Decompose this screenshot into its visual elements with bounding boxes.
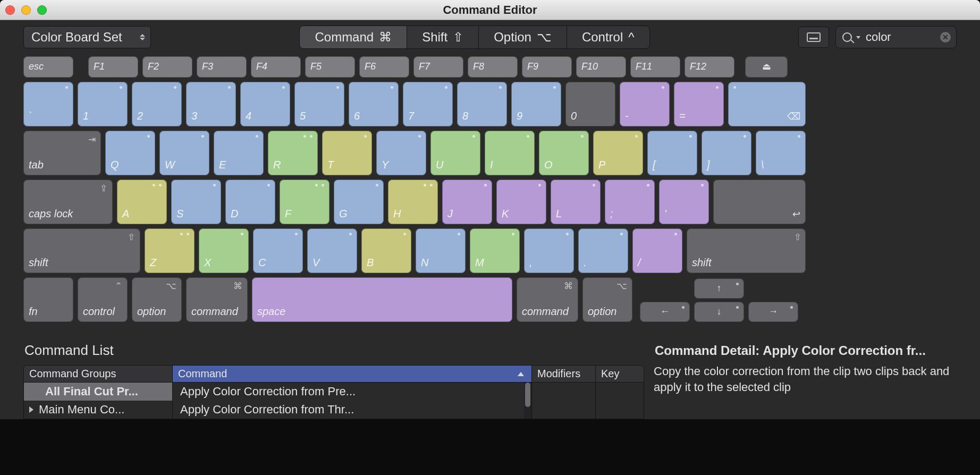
modifiers-header[interactable]: Modifiers xyxy=(532,366,595,383)
key-0[interactable]: 0 xyxy=(565,82,615,126)
key-f11[interactable]: F11 xyxy=(630,56,680,78)
key-arrow-down[interactable]: ↓ xyxy=(694,302,744,322)
key-bracket-open[interactable]: [ xyxy=(647,131,697,175)
key-eject[interactable]: ⏏ xyxy=(745,56,788,78)
key-d[interactable]: D xyxy=(225,180,275,224)
keyboard-highlight-button[interactable] xyxy=(798,27,829,48)
key-2[interactable]: 2 xyxy=(132,82,182,126)
modifier-command-toggle[interactable]: Command ⌘ xyxy=(300,26,407,48)
key-right-shift[interactable]: ⇧shift xyxy=(687,228,806,273)
key-caps-lock[interactable]: ⇪caps lock xyxy=(23,180,113,224)
key-t[interactable]: T xyxy=(322,131,372,175)
key-return[interactable]: ↩ xyxy=(713,180,806,224)
key-f5[interactable]: F5 xyxy=(305,56,355,78)
key-f2[interactable]: F2 xyxy=(142,56,192,78)
group-row-main-menu[interactable]: Main Menu Co... xyxy=(24,401,172,419)
key-f3[interactable]: F3 xyxy=(197,56,247,78)
key-minus[interactable]: - xyxy=(620,82,670,126)
scrollbar-thumb[interactable] xyxy=(525,383,530,407)
group-row-all[interactable]: All Final Cut Pr... xyxy=(24,383,172,401)
key-grave[interactable]: ` xyxy=(23,82,73,126)
key-bracket-close[interactable]: ] xyxy=(702,131,751,175)
key-comma[interactable]: , xyxy=(524,228,574,273)
command-set-dropdown[interactable]: Color Board Set xyxy=(23,26,151,48)
clear-search-button[interactable]: ✕ xyxy=(940,32,951,43)
key-y[interactable]: Y xyxy=(376,131,426,175)
key-l[interactable]: L xyxy=(551,180,601,224)
key-r[interactable]: R xyxy=(268,131,318,175)
key-k[interactable]: K xyxy=(496,180,546,224)
command-row[interactable]: Apply Color Correction from Thr... xyxy=(173,401,531,419)
command-scrollbar[interactable] xyxy=(524,383,531,419)
key-h[interactable]: H xyxy=(388,180,438,224)
key-left-shift[interactable]: ⇧shift xyxy=(23,228,140,273)
key-v[interactable]: V xyxy=(307,228,357,273)
key-semicolon[interactable]: ; xyxy=(605,180,655,224)
key-x[interactable]: X xyxy=(199,228,249,273)
key-tab[interactable]: ⇥tab xyxy=(23,131,101,175)
modifier-control-toggle[interactable]: Control ^ xyxy=(567,26,649,48)
search-input[interactable] xyxy=(866,30,935,44)
key-header[interactable]: Key xyxy=(596,366,644,383)
key-p[interactable]: P xyxy=(593,131,643,175)
key-esc[interactable]: esc xyxy=(23,56,73,78)
key-a[interactable]: A xyxy=(117,180,167,224)
key-n[interactable]: N xyxy=(416,228,466,273)
modifier-option-toggle[interactable]: Option ⌥ xyxy=(479,26,567,48)
key-6[interactable]: 6 xyxy=(349,82,399,126)
key-arrow-left[interactable]: ← xyxy=(640,302,690,322)
key-4[interactable]: 4 xyxy=(240,82,290,126)
key-o[interactable]: O xyxy=(539,131,589,175)
key-f9[interactable]: F9 xyxy=(522,56,572,78)
key-w[interactable]: W xyxy=(159,131,209,175)
key-f[interactable]: F xyxy=(280,180,330,224)
key-f1[interactable]: F1 xyxy=(88,56,138,78)
command-header[interactable]: Command xyxy=(173,366,531,383)
key-quote[interactable]: ' xyxy=(659,180,709,224)
key-f10[interactable]: F10 xyxy=(576,56,626,78)
modifier-shift-toggle[interactable]: Shift ⇧ xyxy=(407,26,479,48)
key-3[interactable]: 3 xyxy=(186,82,236,126)
key-period[interactable]: . xyxy=(578,228,628,273)
key-right-command[interactable]: ⌘command xyxy=(517,277,578,322)
key-arrow-up[interactable]: ↑ xyxy=(694,278,744,299)
key-left-command[interactable]: ⌘command xyxy=(186,277,248,322)
key-equals[interactable]: = xyxy=(674,82,724,126)
key-delete[interactable]: ⌫ xyxy=(728,82,806,126)
key-s[interactable]: S xyxy=(171,180,221,224)
key-arrow-right[interactable]: → xyxy=(748,302,798,322)
key-f8[interactable]: F8 xyxy=(468,56,518,78)
key-f7[interactable]: F7 xyxy=(413,56,463,78)
key-left-control[interactable]: ⌃control xyxy=(78,277,128,322)
key-j[interactable]: J xyxy=(442,180,492,224)
key-space[interactable]: space xyxy=(252,277,512,322)
key-7[interactable]: 7 xyxy=(403,82,453,126)
key-right-option[interactable]: ⌥option xyxy=(582,277,632,322)
key-1[interactable]: 1 xyxy=(78,82,128,126)
sort-ascending-icon xyxy=(518,372,524,376)
key-z[interactable]: Z xyxy=(145,228,195,273)
key-i[interactable]: I xyxy=(485,131,535,175)
key-g[interactable]: G xyxy=(334,180,384,224)
key-c[interactable]: C xyxy=(253,228,303,273)
key-e[interactable]: E xyxy=(214,131,264,175)
key-b[interactable]: B xyxy=(361,228,411,273)
key-8[interactable]: 8 xyxy=(457,82,507,126)
key-9[interactable]: 9 xyxy=(511,82,561,126)
key-5[interactable]: 5 xyxy=(294,82,344,126)
bottom-panels: Command List Command Groups All Final Cu… xyxy=(0,334,980,419)
command-row[interactable]: Apply Color Correction from Pre... xyxy=(173,383,531,401)
search-menu-caret-icon[interactable] xyxy=(856,36,860,39)
key-backslash[interactable]: \ xyxy=(756,131,806,175)
key-f4[interactable]: F4 xyxy=(251,56,301,78)
key-f12[interactable]: F12 xyxy=(685,56,734,78)
key-fn[interactable]: fn xyxy=(23,277,73,322)
key-m[interactable]: M xyxy=(470,228,520,273)
key-q[interactable]: Q xyxy=(105,131,155,175)
groups-header[interactable]: Command Groups xyxy=(24,366,172,383)
key-slash[interactable]: / xyxy=(632,228,682,273)
key-f6[interactable]: F6 xyxy=(359,56,409,78)
key-left-option[interactable]: ⌥option xyxy=(132,277,182,322)
key-u[interactable]: U xyxy=(430,131,480,175)
disclosure-triangle-icon[interactable] xyxy=(29,406,33,413)
